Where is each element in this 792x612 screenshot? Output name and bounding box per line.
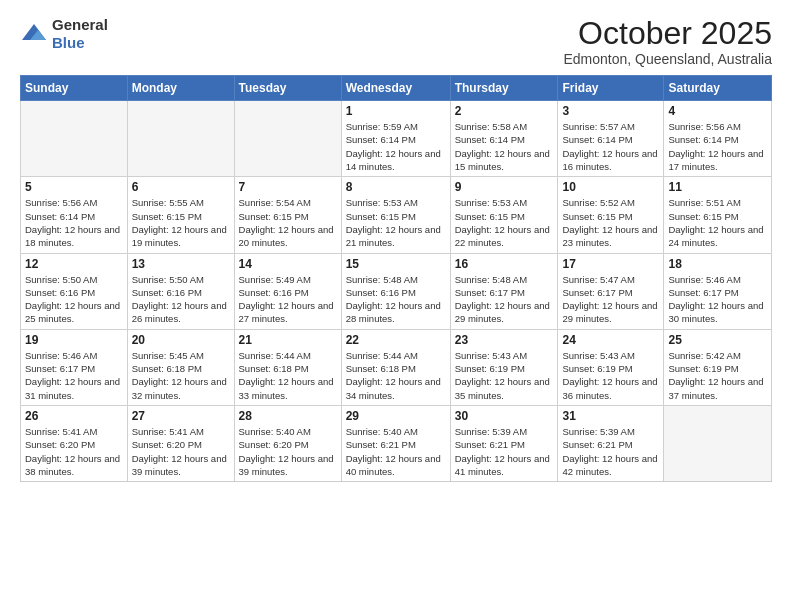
logo-icon — [20, 22, 48, 46]
calendar-cell: 13Sunrise: 5:50 AM Sunset: 6:16 PM Dayli… — [127, 253, 234, 329]
day-info: Sunrise: 5:52 AM Sunset: 6:15 PM Dayligh… — [562, 196, 659, 249]
calendar-cell: 11Sunrise: 5:51 AM Sunset: 6:15 PM Dayli… — [664, 177, 772, 253]
title-block: October 2025 Edmonton, Queensland, Austr… — [563, 16, 772, 67]
calendar-cell: 10Sunrise: 5:52 AM Sunset: 6:15 PM Dayli… — [558, 177, 664, 253]
day-number: 30 — [455, 409, 554, 423]
day-number: 18 — [668, 257, 767, 271]
day-info: Sunrise: 5:48 AM Sunset: 6:17 PM Dayligh… — [455, 273, 554, 326]
day-number: 6 — [132, 180, 230, 194]
day-number: 28 — [239, 409, 337, 423]
day-number: 3 — [562, 104, 659, 118]
day-number: 10 — [562, 180, 659, 194]
calendar-cell: 8Sunrise: 5:53 AM Sunset: 6:15 PM Daylig… — [341, 177, 450, 253]
day-info: Sunrise: 5:59 AM Sunset: 6:14 PM Dayligh… — [346, 120, 446, 173]
day-number: 27 — [132, 409, 230, 423]
day-info: Sunrise: 5:44 AM Sunset: 6:18 PM Dayligh… — [346, 349, 446, 402]
day-info: Sunrise: 5:55 AM Sunset: 6:15 PM Dayligh… — [132, 196, 230, 249]
day-info: Sunrise: 5:41 AM Sunset: 6:20 PM Dayligh… — [25, 425, 123, 478]
calendar-cell: 22Sunrise: 5:44 AM Sunset: 6:18 PM Dayli… — [341, 329, 450, 405]
day-info: Sunrise: 5:51 AM Sunset: 6:15 PM Dayligh… — [668, 196, 767, 249]
logo-text: General Blue — [52, 16, 108, 52]
calendar: Sunday Monday Tuesday Wednesday Thursday… — [20, 75, 772, 482]
calendar-cell: 20Sunrise: 5:45 AM Sunset: 6:18 PM Dayli… — [127, 329, 234, 405]
day-number: 19 — [25, 333, 123, 347]
calendar-cell: 24Sunrise: 5:43 AM Sunset: 6:19 PM Dayli… — [558, 329, 664, 405]
calendar-cell: 26Sunrise: 5:41 AM Sunset: 6:20 PM Dayli… — [21, 405, 128, 481]
header: General Blue October 2025 Edmonton, Quee… — [20, 16, 772, 67]
col-saturday: Saturday — [664, 76, 772, 101]
calendar-week-1: 1Sunrise: 5:59 AM Sunset: 6:14 PM Daylig… — [21, 101, 772, 177]
day-info: Sunrise: 5:41 AM Sunset: 6:20 PM Dayligh… — [132, 425, 230, 478]
day-number: 20 — [132, 333, 230, 347]
day-number: 26 — [25, 409, 123, 423]
page: General Blue October 2025 Edmonton, Quee… — [0, 0, 792, 612]
day-number: 31 — [562, 409, 659, 423]
day-info: Sunrise: 5:50 AM Sunset: 6:16 PM Dayligh… — [132, 273, 230, 326]
day-number: 29 — [346, 409, 446, 423]
day-info: Sunrise: 5:48 AM Sunset: 6:16 PM Dayligh… — [346, 273, 446, 326]
calendar-body: 1Sunrise: 5:59 AM Sunset: 6:14 PM Daylig… — [21, 101, 772, 482]
calendar-cell: 18Sunrise: 5:46 AM Sunset: 6:17 PM Dayli… — [664, 253, 772, 329]
day-number: 8 — [346, 180, 446, 194]
calendar-cell: 6Sunrise: 5:55 AM Sunset: 6:15 PM Daylig… — [127, 177, 234, 253]
day-number: 7 — [239, 180, 337, 194]
calendar-cell: 5Sunrise: 5:56 AM Sunset: 6:14 PM Daylig… — [21, 177, 128, 253]
calendar-cell: 30Sunrise: 5:39 AM Sunset: 6:21 PM Dayli… — [450, 405, 558, 481]
day-info: Sunrise: 5:56 AM Sunset: 6:14 PM Dayligh… — [668, 120, 767, 173]
col-thursday: Thursday — [450, 76, 558, 101]
day-number: 22 — [346, 333, 446, 347]
col-wednesday: Wednesday — [341, 76, 450, 101]
month-title: October 2025 — [563, 16, 772, 51]
day-number: 9 — [455, 180, 554, 194]
day-number: 25 — [668, 333, 767, 347]
day-number: 2 — [455, 104, 554, 118]
calendar-cell: 17Sunrise: 5:47 AM Sunset: 6:17 PM Dayli… — [558, 253, 664, 329]
day-info: Sunrise: 5:46 AM Sunset: 6:17 PM Dayligh… — [668, 273, 767, 326]
calendar-cell — [234, 101, 341, 177]
day-info: Sunrise: 5:53 AM Sunset: 6:15 PM Dayligh… — [455, 196, 554, 249]
calendar-week-2: 5Sunrise: 5:56 AM Sunset: 6:14 PM Daylig… — [21, 177, 772, 253]
col-monday: Monday — [127, 76, 234, 101]
col-sunday: Sunday — [21, 76, 128, 101]
calendar-cell — [127, 101, 234, 177]
day-info: Sunrise: 5:44 AM Sunset: 6:18 PM Dayligh… — [239, 349, 337, 402]
calendar-cell: 2Sunrise: 5:58 AM Sunset: 6:14 PM Daylig… — [450, 101, 558, 177]
col-tuesday: Tuesday — [234, 76, 341, 101]
calendar-cell: 1Sunrise: 5:59 AM Sunset: 6:14 PM Daylig… — [341, 101, 450, 177]
day-info: Sunrise: 5:54 AM Sunset: 6:15 PM Dayligh… — [239, 196, 337, 249]
day-info: Sunrise: 5:42 AM Sunset: 6:19 PM Dayligh… — [668, 349, 767, 402]
calendar-week-4: 19Sunrise: 5:46 AM Sunset: 6:17 PM Dayli… — [21, 329, 772, 405]
calendar-cell: 14Sunrise: 5:49 AM Sunset: 6:16 PM Dayli… — [234, 253, 341, 329]
day-info: Sunrise: 5:57 AM Sunset: 6:14 PM Dayligh… — [562, 120, 659, 173]
calendar-cell: 7Sunrise: 5:54 AM Sunset: 6:15 PM Daylig… — [234, 177, 341, 253]
day-info: Sunrise: 5:50 AM Sunset: 6:16 PM Dayligh… — [25, 273, 123, 326]
calendar-cell: 27Sunrise: 5:41 AM Sunset: 6:20 PM Dayli… — [127, 405, 234, 481]
calendar-cell: 4Sunrise: 5:56 AM Sunset: 6:14 PM Daylig… — [664, 101, 772, 177]
day-number: 5 — [25, 180, 123, 194]
day-number: 24 — [562, 333, 659, 347]
day-number: 1 — [346, 104, 446, 118]
day-info: Sunrise: 5:40 AM Sunset: 6:21 PM Dayligh… — [346, 425, 446, 478]
day-info: Sunrise: 5:43 AM Sunset: 6:19 PM Dayligh… — [562, 349, 659, 402]
day-info: Sunrise: 5:46 AM Sunset: 6:17 PM Dayligh… — [25, 349, 123, 402]
calendar-cell: 31Sunrise: 5:39 AM Sunset: 6:21 PM Dayli… — [558, 405, 664, 481]
day-info: Sunrise: 5:56 AM Sunset: 6:14 PM Dayligh… — [25, 196, 123, 249]
day-number: 16 — [455, 257, 554, 271]
calendar-week-5: 26Sunrise: 5:41 AM Sunset: 6:20 PM Dayli… — [21, 405, 772, 481]
calendar-cell: 29Sunrise: 5:40 AM Sunset: 6:21 PM Dayli… — [341, 405, 450, 481]
day-info: Sunrise: 5:58 AM Sunset: 6:14 PM Dayligh… — [455, 120, 554, 173]
weekday-header-row: Sunday Monday Tuesday Wednesday Thursday… — [21, 76, 772, 101]
day-number: 12 — [25, 257, 123, 271]
day-number: 15 — [346, 257, 446, 271]
logo-general: General — [52, 16, 108, 33]
day-info: Sunrise: 5:45 AM Sunset: 6:18 PM Dayligh… — [132, 349, 230, 402]
calendar-week-3: 12Sunrise: 5:50 AM Sunset: 6:16 PM Dayli… — [21, 253, 772, 329]
day-info: Sunrise: 5:40 AM Sunset: 6:20 PM Dayligh… — [239, 425, 337, 478]
calendar-cell: 23Sunrise: 5:43 AM Sunset: 6:19 PM Dayli… — [450, 329, 558, 405]
logo-blue: Blue — [52, 34, 85, 51]
logo: General Blue — [20, 16, 108, 52]
day-number: 11 — [668, 180, 767, 194]
calendar-cell: 19Sunrise: 5:46 AM Sunset: 6:17 PM Dayli… — [21, 329, 128, 405]
day-info: Sunrise: 5:47 AM Sunset: 6:17 PM Dayligh… — [562, 273, 659, 326]
day-number: 4 — [668, 104, 767, 118]
